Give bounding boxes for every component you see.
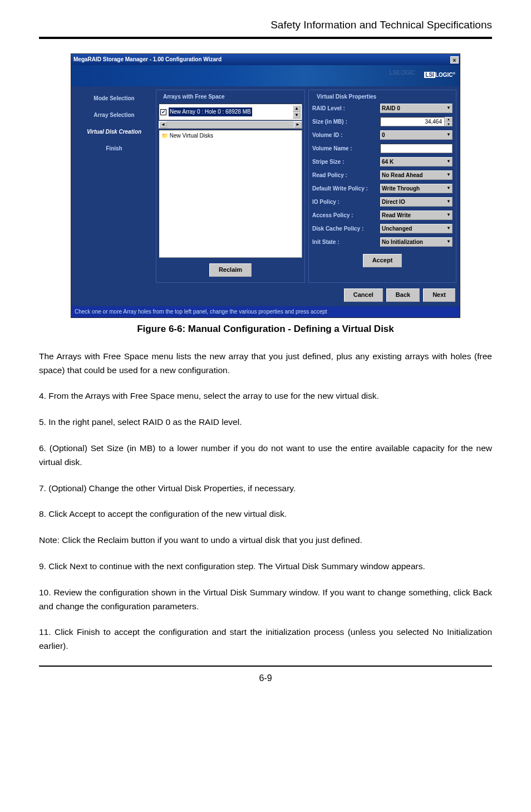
body-p3: 5. In the right panel, select RAID 0 as … — [39, 415, 492, 429]
access-policy-label: Access Policy : — [312, 211, 377, 220]
sidebar-item-array[interactable]: Array Selection — [76, 111, 153, 120]
arrays-listbox[interactable]: ✔ New Array 0 : Hole 0 : 68928 MB ▲ ▼ — [159, 104, 302, 120]
chevron-down-icon: ▼ — [446, 158, 451, 165]
next-button[interactable]: Next — [423, 288, 455, 302]
accept-button[interactable]: Accept — [363, 254, 402, 267]
body-p8: 9. Click Next to continue with the next … — [39, 560, 492, 574]
chevron-down-icon: ▼ — [446, 225, 451, 232]
chevron-down-icon: ▼ — [446, 172, 451, 179]
cache-policy-label: Disk Cache Policy : — [312, 224, 377, 233]
scroll-right-icon[interactable]: ► — [294, 121, 302, 128]
cache-policy-select[interactable]: Unchanged▼ — [380, 224, 453, 233]
spin-up-icon[interactable]: ▲ — [445, 117, 453, 122]
chevron-down-icon: ▼ — [446, 212, 451, 219]
vdisk-tree[interactable]: 📁 New Virtual Disks — [159, 130, 302, 258]
body-p9: 10. Review the configuration shown in th… — [39, 586, 492, 614]
page-number: 6-9 — [39, 666, 492, 686]
body-p10: 11. Click Finish to accept the configura… — [39, 625, 492, 653]
folder-icon: 📁 — [161, 133, 168, 139]
raid-level-select[interactable]: RAID 0▼ — [380, 104, 453, 113]
reclaim-button[interactable]: Reclaim — [209, 263, 252, 277]
chevron-down-icon: ▼ — [446, 238, 451, 246]
volume-name-label: Volume Name : — [312, 144, 377, 153]
wizard-window: MegaRAID Storage Manager - 1.00 Configur… — [71, 53, 460, 317]
back-button[interactable]: Back — [386, 288, 420, 302]
chevron-down-icon: ▼ — [446, 131, 451, 139]
figure-caption: Figure 6-6: Manual Configuration - Defin… — [39, 321, 492, 336]
close-icon[interactable]: × — [450, 56, 459, 63]
size-label: Size (in MB) : — [312, 118, 377, 126]
wizard-footer-buttons: Cancel Back Next — [71, 284, 460, 306]
sidebar-item-mode[interactable]: Mode Selection — [76, 94, 153, 103]
volume-name-input[interactable] — [380, 144, 453, 153]
stripe-size-label: Stripe Size : — [312, 158, 377, 167]
stripe-size-select[interactable]: 64 K▼ — [380, 157, 453, 167]
brand-logic: LOGIC — [435, 72, 453, 78]
scroll-up-icon[interactable]: ▲ — [293, 105, 301, 112]
write-policy-select[interactable]: Write Through▼ — [380, 184, 453, 193]
init-state-select[interactable]: No Initialization▼ — [380, 237, 453, 247]
chevron-down-icon: ▼ — [446, 185, 451, 192]
write-policy-label: Default Write Policy : — [312, 184, 377, 193]
window-title: MegaRAID Storage Manager - 1.00 Configur… — [73, 55, 222, 64]
raid-level-label: RAID Level : — [312, 104, 377, 113]
scroll-left-icon[interactable]: ◄ — [159, 121, 167, 128]
scroll-down-icon[interactable]: ▼ — [293, 112, 301, 119]
vdisk-group-title: Virtual Disk Properties — [314, 92, 378, 101]
vdisk-properties-group: Virtual Disk Properties RAID Level : RAI… — [308, 90, 456, 283]
work-area: Mode Selection Array Selection Virtual D… — [71, 86, 460, 284]
arrays-free-space-group: Arrays with Free Space ✔ New Array 0 : H… — [156, 90, 305, 283]
brand-logo: LSILOGIC® — [424, 71, 455, 80]
read-policy-label: Read Policy : — [312, 171, 377, 180]
size-value[interactable]: 34,464 — [380, 117, 445, 126]
wizard-sidebar: Mode Selection Array Selection Virtual D… — [75, 90, 153, 283]
title-bar: MegaRAID Storage Manager - 1.00 Configur… — [71, 54, 460, 65]
checkbox-icon[interactable]: ✔ — [160, 109, 166, 115]
body-p6: 8. Click Accept to accept the configurat… — [39, 507, 492, 521]
hscrollbar[interactable]: ◄ ► — [159, 121, 302, 129]
read-policy-select[interactable]: No Read Ahead▼ — [380, 170, 453, 180]
body-p2: 4. From the Arrays with Free Space menu,… — [39, 389, 492, 403]
vscroll[interactable]: ▲ ▼ — [293, 105, 301, 119]
brand-lsi: LSI — [424, 72, 435, 78]
arrays-group-title: Arrays with Free Space — [161, 92, 227, 101]
banner: LSILOGIC LSILOGIC® — [71, 65, 460, 86]
chevron-down-icon: ▼ — [446, 198, 451, 206]
left-column: Arrays with Free Space ✔ New Array 0 : H… — [156, 90, 305, 283]
tree-item-label[interactable]: New Virtual Disks — [170, 133, 213, 139]
body-p7: Note: Click the Reclaim button if you wa… — [39, 534, 492, 547]
size-stepper[interactable]: 34,464 ▲▼ — [380, 117, 453, 126]
page-header: Safety Information and Technical Specifi… — [39, 17, 492, 39]
screenshot-container: MegaRAID Storage Manager - 1.00 Configur… — [39, 53, 492, 317]
cancel-button[interactable]: Cancel — [344, 288, 383, 302]
volume-id-select[interactable]: 0▼ — [380, 130, 453, 140]
body-p4: 6. (Optional) Set Size (in MB) to a lowe… — [39, 442, 492, 469]
io-policy-select[interactable]: Direct IO▼ — [380, 197, 453, 207]
body-p1: The Arrays with Free Space menu lists th… — [39, 350, 492, 378]
status-bar: Check one or more Array holes from the t… — [71, 306, 460, 317]
body-p5: 7. (Optional) Change the other Virtual D… — [39, 482, 492, 496]
sidebar-item-vdisk[interactable]: Virtual Disk Creation — [76, 128, 153, 136]
banner-faded-text: LSILOGIC — [390, 69, 415, 77]
access-policy-select[interactable]: Read Write▼ — [380, 211, 453, 220]
io-policy-label: IO Policy : — [312, 198, 377, 207]
chevron-down-icon: ▼ — [446, 105, 451, 112]
sidebar-item-finish[interactable]: Finish — [76, 144, 153, 153]
array-selected-item[interactable]: New Array 0 : Hole 0 : 68928 MB — [169, 107, 252, 116]
init-state-label: Init State : — [312, 238, 377, 247]
spin-down-icon[interactable]: ▼ — [445, 122, 453, 127]
volume-id-label: Volume ID : — [312, 131, 377, 140]
